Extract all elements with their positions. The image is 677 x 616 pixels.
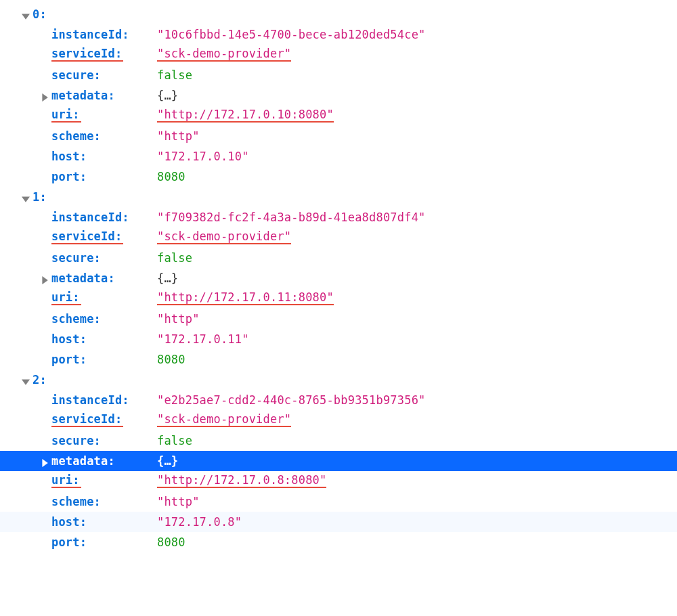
prop-key: host <box>51 516 80 528</box>
prop-value: "e2b25ae7-cdd2-440c-8765-bb9351b97356" <box>157 395 426 406</box>
tree-prop-row[interactable]: secure: false <box>0 248 677 268</box>
prop-value: false <box>157 435 192 447</box>
prop-value: "http" <box>157 131 200 142</box>
prop-value: false <box>157 252 192 264</box>
tree-prop-row[interactable]: serviceId: "sck-demo-provider" <box>0 227 677 248</box>
tree-prop-row[interactable]: secure: false <box>0 65 677 85</box>
prop-value: 8080 <box>157 171 185 183</box>
prop-value: "http://172.17.0.8:8080" <box>157 475 326 488</box>
prop-key: secure <box>51 70 94 81</box>
tree-prop-row[interactable]: serviceId: "sck-demo-provider" <box>0 45 677 65</box>
chevron-down-icon <box>22 11 30 19</box>
tree-prop-row[interactable]: uri: "http://172.17.0.10:8080" <box>0 106 677 126</box>
prop-value: "sck-demo-provider" <box>157 48 291 62</box>
prop-key: metadata <box>51 456 108 467</box>
prop-key: secure <box>51 435 94 447</box>
prop-value: "http://172.17.0.10:8080" <box>157 109 334 123</box>
tree-prop-row[interactable]: host: "172.17.0.10" <box>0 146 677 167</box>
tree-prop-row[interactable]: serviceId: "sck-demo-provider" <box>0 410 677 431</box>
tree-prop-row-selected[interactable]: metadata: {…} <box>0 451 677 471</box>
tree-prop-row[interactable]: scheme: "http" <box>0 491 677 512</box>
tree-prop-row[interactable]: scheme: "http" <box>0 309 677 329</box>
prop-key: host <box>51 334 80 345</box>
prop-key: scheme <box>51 313 94 325</box>
prop-key: serviceId <box>51 412 115 426</box>
tree-prop-row[interactable]: metadata: {…} <box>0 268 677 288</box>
prop-value: "172.17.0.10" <box>157 151 249 162</box>
tree-item-index[interactable]: 0: <box>0 4 677 24</box>
prop-key: port <box>51 354 80 366</box>
prop-value: "172.17.0.8" <box>157 516 242 528</box>
prop-value: {…} <box>157 456 178 467</box>
tree-prop-row[interactable]: secure: false <box>0 431 677 451</box>
prop-key: metadata <box>51 90 108 102</box>
prop-key: instanceId <box>51 29 122 41</box>
prop-value: "172.17.0.11" <box>157 334 249 345</box>
prop-value: "http" <box>157 313 200 325</box>
prop-key: scheme <box>51 496 94 508</box>
tree-prop-row[interactable]: metadata: {…} <box>0 85 677 106</box>
prop-key: instanceId <box>51 212 122 223</box>
prop-key: instanceId <box>51 395 122 406</box>
index-key: 0 <box>32 9 39 20</box>
index-key: 2 <box>32 374 39 386</box>
prop-value: 8080 <box>157 354 185 366</box>
prop-key: uri <box>51 473 72 487</box>
prop-key: port <box>51 537 80 548</box>
prop-value: 8080 <box>157 537 185 548</box>
chevron-down-icon <box>22 194 30 202</box>
prop-key: scheme <box>51 131 94 142</box>
tree-prop-row[interactable]: uri: "http://172.17.0.11:8080" <box>0 288 677 309</box>
prop-value: "10c6fbbd-14e5-4700-bece-ab120ded54ce" <box>157 29 426 41</box>
prop-key: secure <box>51 252 94 264</box>
prop-value: "http://172.17.0.11:8080" <box>157 292 334 305</box>
prop-key: serviceId <box>51 229 115 243</box>
prop-key: port <box>51 171 80 183</box>
chevron-down-icon <box>22 376 30 384</box>
prop-value: "sck-demo-provider" <box>157 414 291 427</box>
tree-item-index[interactable]: 2: <box>0 370 677 390</box>
tree-prop-row[interactable]: instanceId: "10c6fbbd-14e5-4700-bece-ab1… <box>0 24 677 45</box>
prop-key: host <box>51 151 80 162</box>
prop-value: "http" <box>157 496 200 508</box>
chevron-right-icon[interactable] <box>41 92 49 100</box>
tree-prop-row[interactable]: host: "172.17.0.8" <box>0 512 677 532</box>
tree-prop-row[interactable]: port: 8080 <box>0 349 677 370</box>
json-tree: 0: instanceId: "10c6fbbd-14e5-4700-bece-… <box>0 0 677 552</box>
prop-value: false <box>157 70 192 81</box>
chevron-right-icon[interactable] <box>41 458 49 466</box>
prop-value: {…} <box>157 273 178 284</box>
prop-key: serviceId <box>51 47 115 60</box>
index-key: 1 <box>32 192 39 203</box>
tree-prop-row[interactable]: port: 8080 <box>0 167 677 187</box>
tree-prop-row[interactable]: port: 8080 <box>0 532 677 552</box>
prop-key: uri <box>51 108 72 121</box>
tree-prop-row[interactable]: scheme: "http" <box>0 126 677 146</box>
tree-prop-row[interactable]: instanceId: "e2b25ae7-cdd2-440c-8765-bb9… <box>0 390 677 410</box>
prop-key: uri <box>51 290 72 304</box>
tree-prop-row[interactable]: instanceId: "f709382d-fc2f-4a3a-b89d-41e… <box>0 207 677 227</box>
tree-prop-row[interactable]: uri: "http://172.17.0.8:8080" <box>0 471 677 491</box>
chevron-right-icon[interactable] <box>41 275 49 283</box>
prop-key: metadata <box>51 273 108 284</box>
prop-value: "sck-demo-provider" <box>157 231 291 244</box>
prop-value: "f709382d-fc2f-4a3a-b89d-41ea8d807df4" <box>157 212 426 223</box>
tree-prop-row[interactable]: host: "172.17.0.11" <box>0 329 677 349</box>
tree-item-index[interactable]: 1: <box>0 187 677 207</box>
prop-value: {…} <box>157 90 178 102</box>
